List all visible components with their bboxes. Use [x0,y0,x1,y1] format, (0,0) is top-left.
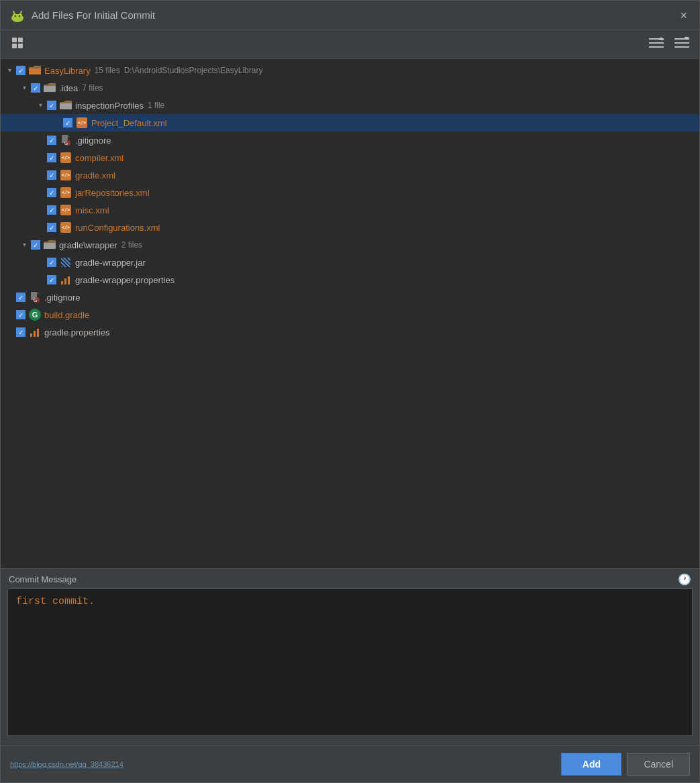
tree-item-meta: 15 files [95,66,120,75]
svg-rect-7 [18,38,23,42]
tree-row[interactable]: G .gitignore [1,289,699,306]
svg-text:G: G [34,298,37,303]
tree-chevron [5,310,14,319]
url-link[interactable]: https://blog.csdn.net/qq_38436214 [10,760,123,768]
toolbar [1,30,699,59]
tree-chevron [36,153,45,162]
tree-chevron[interactable]: ▾ [36,101,45,110]
tree-checkbox[interactable] [16,327,26,337]
expand-all-button[interactable] [646,35,667,54]
tree-checkbox[interactable] [16,293,26,302]
tree-chevron[interactable]: ▾ [19,240,29,250]
svg-marker-22 [68,135,70,137]
tree-checkbox[interactable] [47,188,56,197]
svg-rect-15 [674,42,689,44]
commit-message-input[interactable] [7,588,693,736]
svg-rect-34 [34,331,36,337]
tree-chevron [5,327,14,337]
add-button[interactable]: Add [561,753,621,776]
tree-row[interactable]: ▾ inspectionProfiles1 file [1,97,699,114]
svg-rect-25 [44,243,56,249]
tree-item-name: .gitignore [44,293,80,303]
tree-chevron [52,118,61,127]
tree-item-meta: 1 file [148,101,164,110]
svg-line-2 [13,11,15,14]
tree-row[interactable]: gradle.properties [1,323,699,341]
tree-row[interactable]: ▾ gradle\wrapper2 files [1,236,699,254]
svg-rect-35 [37,329,39,337]
tree-row[interactable]: gradle-wrapper.jar [1,254,699,271]
tree-row[interactable]: gradle-wrapper.properties [1,271,699,289]
tree-row[interactable]: </>runConfigurations.xml [1,219,699,236]
svg-point-5 [19,15,20,16]
history-icon[interactable]: 🕐 [678,573,691,586]
collapse-all-button[interactable] [671,35,693,54]
grid-view-button[interactable] [7,34,28,54]
svg-point-4 [15,15,16,16]
tree-row[interactable]: </>gradle.xml [1,166,699,184]
cancel-button[interactable]: Cancel [627,753,690,776]
bottom-bar: https://blog.csdn.net/qq_38436214 Add Ca… [1,745,699,782]
dialog: Add Files For Initial Commit × [0,0,700,783]
tree-chevron [36,275,45,284]
svg-rect-28 [68,276,70,284]
tree-checkbox[interactable] [47,205,56,215]
svg-rect-8 [12,44,17,48]
tree-row[interactable]: G .gitignore [1,132,699,149]
tree-checkbox[interactable] [47,153,56,162]
tree-chevron [5,293,14,302]
tree-chevron [36,170,45,180]
tree-chevron[interactable]: ▾ [5,66,14,75]
tree-checkbox[interactable] [63,118,72,127]
tree-checkbox[interactable] [47,170,56,180]
svg-rect-11 [649,42,664,44]
tree-chevron [36,223,45,232]
tree-row[interactable]: ▾ .idea7 files [1,79,699,97]
svg-rect-12 [649,46,664,48]
gradle-file-icon: G [29,309,41,320]
tree-item-name: gradle-wrapper.jar [75,258,146,268]
svg-rect-16 [674,46,689,48]
xml-file-icon: </> [60,222,72,233]
svg-rect-6 [12,38,17,42]
file-tree[interactable]: ▾ EasyLibrary15 filesD:\AndroidStudiosPr… [1,59,699,568]
svg-rect-27 [64,278,66,284]
tree-checkbox[interactable] [16,66,26,75]
tree-item-name: runConfigurations.xml [75,223,160,233]
tree-row[interactable]: ▾ EasyLibrary15 filesD:\AndroidStudiosPr… [1,62,699,79]
tree-item-name: EasyLibrary [44,66,91,76]
tree-checkbox[interactable] [47,136,56,145]
tree-row[interactable]: </>compiler.xml [1,149,699,166]
tree-checkbox[interactable] [47,101,56,110]
tree-row[interactable]: </>Project_Default.xml [1,114,699,132]
tree-checkbox[interactable] [16,310,26,319]
tree-item-meta: 7 files [82,83,103,93]
svg-rect-33 [30,333,32,337]
folder-icon [44,83,56,93]
gitignore-file-icon: G [29,292,41,303]
tree-row[interactable]: Gbuild.gradle [1,306,699,323]
svg-rect-9 [18,44,23,48]
commit-section: Commit Message 🕐 [1,568,699,745]
tree-chevron[interactable]: ▾ [19,83,29,93]
commit-label-row: Commit Message 🕐 [1,569,699,588]
tree-item-name: inspectionProfiles [75,101,144,111]
svg-rect-18 [29,68,41,74]
tree-checkbox[interactable] [47,223,56,232]
svg-rect-19 [44,86,56,92]
tree-row[interactable]: </>jarRepositories.xml [1,184,699,201]
tree-item-name: jarRepositories.xml [75,188,150,198]
properties-file-icon [29,327,41,337]
tree-row[interactable]: </>misc.xml [1,201,699,219]
close-button[interactable]: × [677,8,690,23]
tree-checkbox[interactable] [47,258,56,267]
folder-icon [60,100,72,111]
tree-chevron [36,205,45,215]
tree-checkbox[interactable] [47,275,56,284]
svg-rect-1 [13,14,22,19]
tree-item-name: misc.xml [75,205,109,215]
svg-line-3 [20,11,21,14]
tree-checkbox[interactable] [31,240,40,250]
tree-checkbox[interactable] [31,83,40,93]
dialog-title: Add Files For Initial Commit [32,9,677,21]
